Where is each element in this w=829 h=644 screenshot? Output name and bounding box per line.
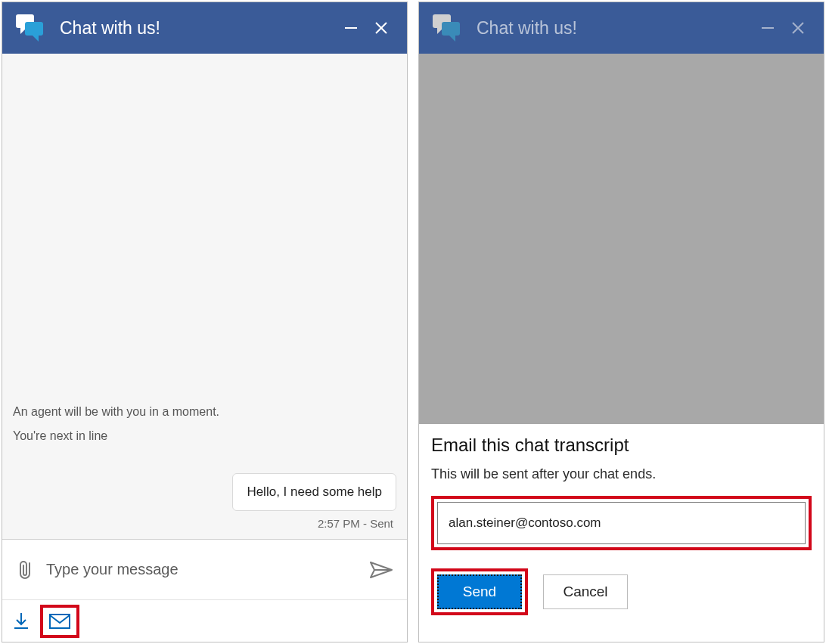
chat-bubbles-icon (430, 11, 463, 45)
message-input-area (2, 539, 407, 599)
user-message-bubble: Hello, I need some help (232, 473, 396, 511)
chat-bubbles-icon (13, 11, 46, 45)
email-transcript-dialog: Email this chat transcript This will be … (419, 424, 824, 642)
send-button-highlight: Send (431, 568, 528, 615)
system-message: An agent will be with you in a moment. (13, 405, 396, 419)
email-input[interactable] (437, 502, 806, 544)
chat-header: Chat with us! (419, 2, 824, 54)
email-dialog-title: Email this chat transcript (431, 435, 812, 456)
send-button[interactable]: Send (437, 574, 522, 609)
chat-title: Chat with us! (477, 18, 753, 39)
email-transcript-highlight (40, 605, 79, 638)
close-button[interactable] (783, 13, 813, 43)
chat-title: Chat with us! (60, 18, 336, 39)
chat-window-right: Chat with us! An agent will be with you … (418, 2, 824, 642)
svg-rect-10 (442, 22, 460, 36)
download-transcript-icon[interactable] (13, 606, 29, 636)
minimize-button[interactable] (336, 13, 366, 43)
user-message-row: Hello, I need some help (13, 473, 396, 511)
send-icon[interactable] (369, 559, 393, 581)
email-input-highlight (431, 496, 812, 550)
system-message: You're next in line (13, 429, 396, 443)
chat-body: An agent will be with you in a moment. Y… (2, 54, 407, 539)
chat-footer (2, 599, 407, 642)
message-timestamp: 2:57 PM - Sent (13, 517, 396, 530)
chat-header: Chat with us! (2, 2, 407, 54)
dialog-button-row: Send Cancel (431, 568, 812, 615)
svg-rect-8 (50, 615, 70, 628)
chat-window-left: Chat with us! An agent will be with you … (2, 2, 408, 642)
svg-rect-1 (25, 22, 43, 36)
minimize-button[interactable] (753, 13, 783, 43)
close-button[interactable] (366, 13, 396, 43)
cancel-button[interactable]: Cancel (543, 574, 628, 609)
attachment-icon[interactable] (16, 559, 36, 581)
email-dialog-subtitle: This will be sent after your chat ends. (431, 466, 812, 482)
email-transcript-icon[interactable] (49, 606, 70, 636)
message-input[interactable] (36, 561, 369, 578)
